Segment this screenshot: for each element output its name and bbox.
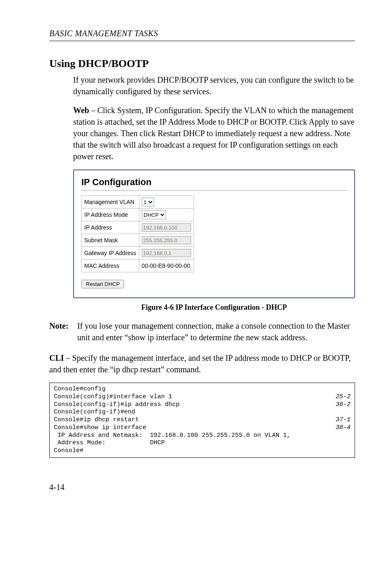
cli-line: Address Mode: DHCP [54, 439, 350, 447]
cli-line: Console#show ip interface [54, 424, 332, 432]
mac-label: MAC Address [82, 260, 139, 272]
mask-input [142, 236, 191, 244]
mask-label: Subnet Mask [82, 234, 139, 247]
paragraph-web: Web – Click System, IP Configuration. Sp… [73, 104, 355, 162]
cli-ref: 38-4 [332, 424, 350, 432]
gw-input [142, 249, 191, 257]
mgmt-vlan-select[interactable]: 1 [142, 197, 154, 207]
cli-line: Console(config-if)#ip address dhcp [54, 401, 332, 409]
cli-line: IP Address and Netmask: 192.168.0.100 25… [54, 432, 350, 440]
web-lead: Web [73, 106, 89, 115]
paragraph-intro: If your network provides DHCP/BOOTP serv… [73, 74, 355, 97]
cli-line: Console#config [54, 385, 350, 393]
cli-line: Console# [54, 447, 350, 455]
figure-caption: Figure 4-6 IP Interface Configuration - … [73, 303, 355, 312]
note-text: If you lose your management connection, … [77, 320, 355, 343]
mode-select[interactable]: DHCP [142, 210, 166, 219]
cli-lead: CLI [49, 353, 64, 362]
cli-line: Console(config)#interface vlan 1 [54, 393, 332, 401]
web-text: – Click System, IP Configuration. Specif… [73, 106, 355, 161]
cli-line: Console#ip dhcp restart [54, 416, 332, 424]
cli-ref: 38-2 [332, 401, 350, 409]
cli-ref: 25-2 [332, 393, 350, 401]
cli-listing: Console#configConsole(config)#interface … [49, 383, 355, 458]
paragraph-cli: CLI – Specify the management interface, … [49, 352, 355, 375]
section-title: Using DHCP/BOOTP [49, 58, 355, 70]
ip-label: IP Address [82, 221, 139, 234]
panel-title: IP Configuration [81, 177, 347, 188]
cli-line: Console(config-if)#end [54, 409, 350, 416]
restart-dhcp-button[interactable]: Restart DHCP [81, 280, 124, 288]
cli-ref: 37-1 [332, 416, 350, 424]
ip-configuration-panel: IP Configuration Management VLAN 1 IP Ad… [73, 169, 355, 298]
header-rule [49, 41, 355, 41]
config-table: Management VLAN 1 IP Address Mode DHCP [81, 195, 194, 272]
cli-text: – Specify the management interface, and … [49, 353, 350, 374]
note-block: Note: If you lose your management connec… [49, 320, 355, 343]
running-header: BASIC MANAGEMENT TASKS [49, 29, 355, 38]
mac-value: 00-00-E8-90-00-00 [139, 260, 194, 272]
note-label: Note: [49, 320, 77, 343]
gw-label: Gateway IP Address [82, 247, 139, 260]
page-number: 4-14 [49, 483, 355, 492]
panel-divider [81, 190, 347, 190]
mgmt-vlan-label: Management VLAN [82, 196, 139, 209]
ip-input [142, 223, 191, 232]
mode-label: IP Address Mode [82, 209, 139, 221]
